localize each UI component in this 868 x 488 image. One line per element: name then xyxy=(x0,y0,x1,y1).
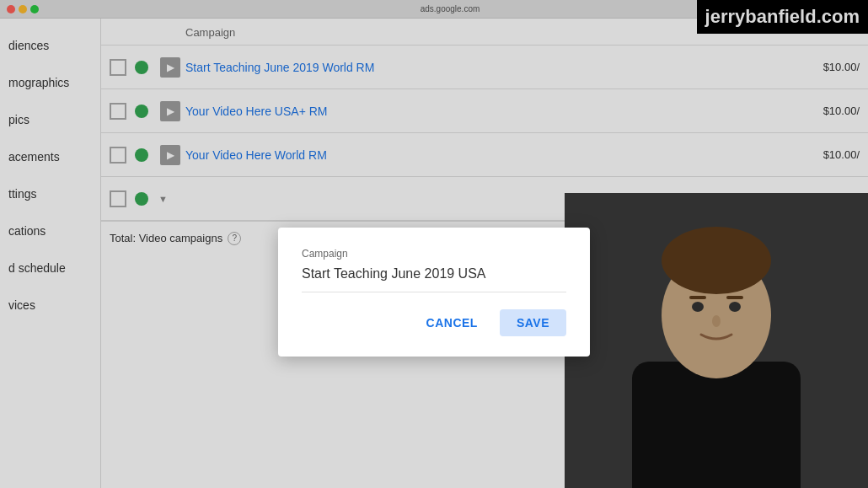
modal-field-label: Campaign xyxy=(302,248,566,260)
modal-dialog: Campaign Start Teaching June 2019 USA CA… xyxy=(278,228,590,357)
modal-field-value: Start Teaching June 2019 USA xyxy=(302,266,566,292)
save-button[interactable]: SAVE xyxy=(500,309,566,336)
modal-actions: CANCEL SAVE xyxy=(302,309,566,336)
cancel-button[interactable]: CANCEL xyxy=(413,309,491,336)
